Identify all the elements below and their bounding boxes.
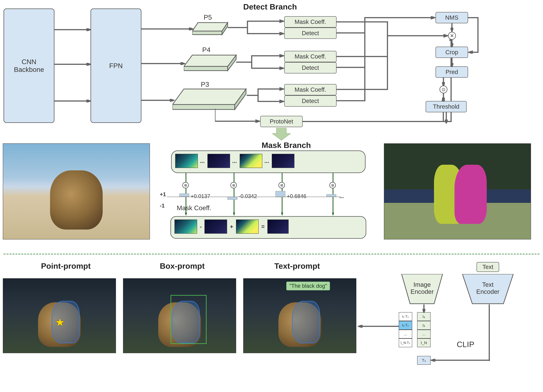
combination-row: - + = [170, 216, 366, 239]
similarity-column: I₁·T₁ I₂·T₁ ... I_N·T₁ [399, 312, 412, 347]
section-divider [4, 254, 539, 254]
prototype-row: ... ... ... [171, 150, 366, 173]
protonet-block: ProtoNet [260, 116, 303, 127]
coeff-3: ... [339, 193, 344, 199]
mask-coeff-p5: Mask Coeff. [284, 16, 337, 28]
input-image [3, 143, 150, 239]
coeff-bar [179, 193, 189, 197]
p5-slab [192, 21, 229, 38]
zero-line [167, 197, 341, 197]
svg-marker-57 [431, 359, 435, 361]
svg-marker-44 [444, 35, 447, 37]
svg-marker-49 [233, 213, 235, 216]
svg-marker-21 [280, 20, 283, 22]
svg-marker-34 [451, 44, 453, 47]
coeff-bar [227, 197, 237, 200]
svg-marker-3 [87, 63, 90, 65]
svg-marker-62 [423, 309, 425, 313]
axis-neg: -1 [160, 203, 164, 209]
svg-marker-9 [184, 55, 236, 66]
coeff-2: +0.6846 [287, 193, 306, 199]
svg-marker-6 [192, 23, 228, 31]
p4-slab [184, 54, 238, 75]
svg-marker-20 [170, 99, 174, 101]
text-encoder: Text Encoder [460, 274, 516, 306]
mult-icon: ⊗ [278, 182, 285, 188]
svg-marker-10 [184, 66, 228, 71]
svg-marker-22 [280, 33, 283, 35]
box-prompt-title: Box-prompt [160, 261, 205, 271]
box-prompt-image [123, 278, 236, 353]
text-input: Text [476, 262, 499, 272]
prompt-box [170, 295, 207, 344]
segmentation-output [384, 143, 531, 239]
image-feat-column: I₁ I₂ ... I_N [417, 312, 430, 347]
svg-marker-23 [280, 55, 283, 57]
svg-marker-36 [451, 64, 453, 67]
svg-marker-32 [451, 28, 453, 32]
point-prompt-image: ★ [3, 278, 116, 353]
point-prompt-title: Point-prompt [41, 261, 91, 271]
svg-marker-60 [358, 325, 362, 327]
svg-marker-42 [445, 120, 447, 123]
svg-marker-40 [442, 98, 445, 101]
axis-pos: +1 [160, 191, 166, 198]
svg-marker-28 [272, 128, 291, 140]
text-feat: T₁ [417, 356, 430, 365]
svg-marker-24 [280, 67, 283, 69]
svg-marker-7 [192, 31, 222, 35]
svg-marker-18 [181, 62, 185, 65]
mult-icon: ⊗ [329, 182, 336, 188]
p5-label: P5 [204, 13, 212, 21]
svg-marker-47 [185, 213, 187, 216]
p3-label: P3 [201, 81, 209, 88]
cnn-backbone-block: CNN Backbone [4, 8, 54, 123]
svg-marker-27 [256, 120, 260, 122]
image-encoder: Image Encoder [399, 274, 445, 306]
mult-icon: ⊗ [230, 182, 237, 188]
svg-marker-25 [280, 88, 283, 90]
coeff-bar [276, 191, 285, 197]
svg-marker-51 [281, 213, 283, 216]
svg-marker-26 [280, 100, 283, 103]
svg-marker-1 [87, 28, 90, 31]
coeff-0: +0.0137 [191, 193, 210, 199]
protonet-arrow [272, 128, 291, 141]
text-prompt-title: Text-prompt [274, 261, 320, 271]
svg-marker-45 [469, 51, 472, 53]
text-prompt-label: "The black dog" [286, 282, 330, 290]
text-prompt-image: "The black dog" [243, 278, 356, 353]
svg-marker-43 [431, 17, 435, 19]
svg-marker-5 [87, 100, 90, 102]
detect-branch-title: Detect Branch [243, 2, 297, 11]
mask-coeff-label: Mask Coeff. [177, 204, 211, 212]
mask-branch-title: Mask Branch [262, 141, 311, 150]
svg-marker-16 [189, 28, 193, 30]
coeff-bar [326, 194, 336, 197]
svg-marker-12 [173, 89, 246, 105]
p4-label: P4 [202, 46, 210, 54]
clip-label: CLIP [457, 340, 475, 349]
multiply-op: ✕ [448, 32, 456, 40]
coeff-1: -0.0342 [239, 193, 257, 199]
fpn-block: FPN [90, 8, 141, 123]
svg-marker-53 [332, 213, 334, 216]
mult-icon: ⊗ [182, 182, 189, 188]
star-icon: ★ [55, 316, 65, 329]
